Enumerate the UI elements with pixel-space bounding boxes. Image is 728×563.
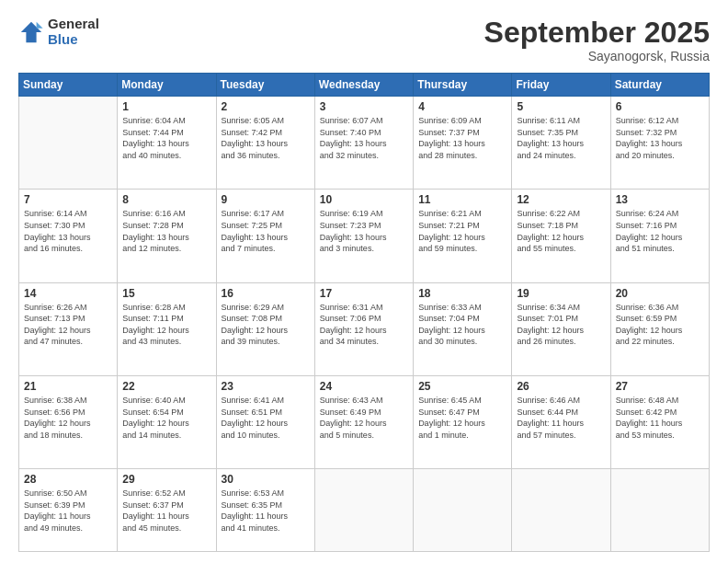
- day-info: Sunrise: 6:07 AMSunset: 7:40 PMDaylight:…: [320, 115, 408, 161]
- day-number: 1: [122, 100, 210, 113]
- day-info: Sunrise: 6:31 AMSunset: 7:06 PMDaylight:…: [320, 302, 408, 348]
- day-info: Sunrise: 6:38 AMSunset: 6:56 PMDaylight:…: [24, 395, 112, 441]
- col-thursday: Thursday: [414, 74, 512, 97]
- day-info: Sunrise: 6:11 AMSunset: 7:35 PMDaylight:…: [517, 115, 605, 161]
- col-friday: Friday: [512, 74, 610, 97]
- day-info: Sunrise: 6:43 AMSunset: 6:49 PMDaylight:…: [320, 395, 408, 441]
- logo-general-text: General: [48, 17, 99, 32]
- day-number: 5: [517, 100, 605, 113]
- col-sunday: Sunday: [19, 74, 118, 97]
- day-number: 6: [616, 100, 704, 113]
- day-info: Sunrise: 6:19 AMSunset: 7:23 PMDaylight:…: [320, 208, 408, 254]
- day-info: Sunrise: 6:34 AMSunset: 7:01 PMDaylight:…: [517, 302, 605, 348]
- table-row: 16Sunrise: 6:29 AMSunset: 7:08 PMDayligh…: [216, 282, 314, 375]
- table-row: 8Sunrise: 6:16 AMSunset: 7:28 PMDaylight…: [118, 190, 216, 282]
- day-info: Sunrise: 6:36 AMSunset: 6:59 PMDaylight:…: [616, 302, 704, 348]
- day-number: 3: [320, 100, 408, 113]
- day-number: 20: [616, 287, 704, 300]
- svg-marker-1: [37, 21, 43, 28]
- day-number: 21: [24, 380, 112, 393]
- table-row: [512, 469, 610, 552]
- day-info: Sunrise: 6:24 AMSunset: 7:16 PMDaylight:…: [616, 208, 704, 254]
- logo: General Blue: [18, 17, 99, 47]
- day-info: Sunrise: 6:50 AMSunset: 6:39 PMDaylight:…: [24, 488, 112, 534]
- table-row: 4Sunrise: 6:09 AMSunset: 7:37 PMDaylight…: [414, 97, 512, 190]
- table-row: 18Sunrise: 6:33 AMSunset: 7:04 PMDayligh…: [414, 282, 512, 375]
- page: General Blue September 2025 Sayanogorsk,…: [0, 0, 728, 563]
- header: General Blue September 2025 Sayanogorsk,…: [18, 17, 710, 63]
- table-row: 23Sunrise: 6:41 AMSunset: 6:51 PMDayligh…: [216, 375, 314, 468]
- day-number: 24: [320, 380, 408, 393]
- table-row: 5Sunrise: 6:11 AMSunset: 7:35 PMDaylight…: [512, 97, 610, 190]
- day-number: 17: [320, 287, 408, 300]
- day-number: 25: [418, 380, 506, 393]
- table-row: 3Sunrise: 6:07 AMSunset: 7:40 PMDaylight…: [314, 97, 413, 190]
- day-number: 22: [122, 380, 210, 393]
- day-info: Sunrise: 6:26 AMSunset: 7:13 PMDaylight:…: [24, 302, 112, 348]
- day-number: 27: [616, 380, 704, 393]
- day-info: Sunrise: 6:17 AMSunset: 7:25 PMDaylight:…: [222, 208, 310, 254]
- table-row: 10Sunrise: 6:19 AMSunset: 7:23 PMDayligh…: [314, 190, 413, 282]
- day-number: 2: [222, 100, 310, 113]
- col-tuesday: Tuesday: [216, 74, 314, 97]
- table-row: 30Sunrise: 6:53 AMSunset: 6:35 PMDayligh…: [216, 469, 314, 552]
- table-row: 2Sunrise: 6:05 AMSunset: 7:42 PMDaylight…: [216, 97, 314, 190]
- day-number: 14: [24, 287, 112, 300]
- table-row: 22Sunrise: 6:40 AMSunset: 6:54 PMDayligh…: [118, 375, 216, 468]
- table-row: [19, 97, 118, 190]
- table-row: 15Sunrise: 6:28 AMSunset: 7:11 PMDayligh…: [118, 282, 216, 375]
- title-month: September 2025: [484, 17, 710, 49]
- table-row: 11Sunrise: 6:21 AMSunset: 7:21 PMDayligh…: [414, 190, 512, 282]
- day-number: 10: [320, 193, 408, 206]
- day-number: 13: [616, 193, 704, 206]
- table-row: 6Sunrise: 6:12 AMSunset: 7:32 PMDaylight…: [610, 97, 709, 190]
- table-row: 20Sunrise: 6:36 AMSunset: 6:59 PMDayligh…: [610, 282, 709, 375]
- day-number: 19: [517, 287, 605, 300]
- title-block: September 2025 Sayanogorsk, Russia: [484, 17, 710, 63]
- day-info: Sunrise: 6:41 AMSunset: 6:51 PMDaylight:…: [222, 395, 310, 441]
- day-info: Sunrise: 6:22 AMSunset: 7:18 PMDaylight:…: [517, 208, 605, 254]
- day-info: Sunrise: 6:16 AMSunset: 7:28 PMDaylight:…: [122, 208, 210, 254]
- table-row: 25Sunrise: 6:45 AMSunset: 6:47 PMDayligh…: [414, 375, 512, 468]
- col-wednesday: Wednesday: [314, 74, 413, 97]
- table-row: 26Sunrise: 6:46 AMSunset: 6:44 PMDayligh…: [512, 375, 610, 468]
- day-number: 26: [517, 380, 605, 393]
- day-number: 12: [517, 193, 605, 206]
- table-row: 24Sunrise: 6:43 AMSunset: 6:49 PMDayligh…: [314, 375, 413, 468]
- day-info: Sunrise: 6:05 AMSunset: 7:42 PMDaylight:…: [222, 115, 310, 161]
- table-row: 19Sunrise: 6:34 AMSunset: 7:01 PMDayligh…: [512, 282, 610, 375]
- calendar-header-row: Sunday Monday Tuesday Wednesday Thursday…: [19, 74, 710, 97]
- table-row: 21Sunrise: 6:38 AMSunset: 6:56 PMDayligh…: [19, 375, 118, 468]
- day-number: 30: [222, 473, 310, 486]
- title-location: Sayanogorsk, Russia: [484, 49, 710, 63]
- logo-text: General Blue: [48, 17, 99, 47]
- day-number: 28: [24, 473, 112, 486]
- day-number: 18: [418, 287, 506, 300]
- logo-blue-text: Blue: [48, 32, 99, 48]
- table-row: 29Sunrise: 6:52 AMSunset: 6:37 PMDayligh…: [118, 469, 216, 552]
- day-info: Sunrise: 6:09 AMSunset: 7:37 PMDaylight:…: [418, 115, 506, 161]
- table-row: 13Sunrise: 6:24 AMSunset: 7:16 PMDayligh…: [610, 190, 709, 282]
- day-info: Sunrise: 6:52 AMSunset: 6:37 PMDaylight:…: [122, 488, 210, 534]
- calendar-table: Sunday Monday Tuesday Wednesday Thursday…: [18, 73, 710, 552]
- day-number: 7: [24, 193, 112, 206]
- day-number: 16: [222, 287, 310, 300]
- day-info: Sunrise: 6:21 AMSunset: 7:21 PMDaylight:…: [418, 208, 506, 254]
- table-row: [610, 469, 709, 552]
- col-saturday: Saturday: [610, 74, 709, 97]
- day-info: Sunrise: 6:48 AMSunset: 6:42 PMDaylight:…: [616, 395, 704, 441]
- table-row: 1Sunrise: 6:04 AMSunset: 7:44 PMDaylight…: [118, 97, 216, 190]
- day-number: 4: [418, 100, 506, 113]
- table-row: 12Sunrise: 6:22 AMSunset: 7:18 PMDayligh…: [512, 190, 610, 282]
- day-info: Sunrise: 6:29 AMSunset: 7:08 PMDaylight:…: [222, 302, 310, 348]
- day-info: Sunrise: 6:28 AMSunset: 7:11 PMDaylight:…: [122, 302, 210, 348]
- day-info: Sunrise: 6:45 AMSunset: 6:47 PMDaylight:…: [418, 395, 506, 441]
- day-number: 29: [122, 473, 210, 486]
- table-row: 14Sunrise: 6:26 AMSunset: 7:13 PMDayligh…: [19, 282, 118, 375]
- day-info: Sunrise: 6:40 AMSunset: 6:54 PMDaylight:…: [122, 395, 210, 441]
- day-number: 15: [122, 287, 210, 300]
- table-row: 28Sunrise: 6:50 AMSunset: 6:39 PMDayligh…: [19, 469, 118, 552]
- table-row: 27Sunrise: 6:48 AMSunset: 6:42 PMDayligh…: [610, 375, 709, 468]
- logo-icon: [18, 19, 44, 45]
- day-info: Sunrise: 6:33 AMSunset: 7:04 PMDaylight:…: [418, 302, 506, 348]
